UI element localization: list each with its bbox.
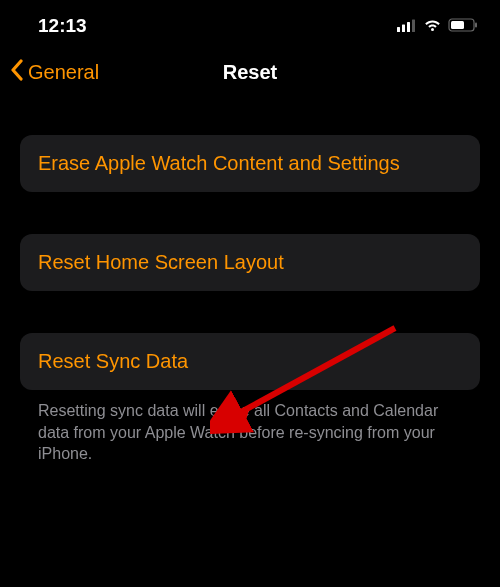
reset-home-layout-label: Reset Home Screen Layout xyxy=(38,251,284,273)
svg-rect-6 xyxy=(451,21,464,29)
footer-description: Resetting sync data will erase all Conta… xyxy=(20,400,480,465)
svg-rect-1 xyxy=(402,25,405,33)
svg-rect-2 xyxy=(407,22,410,32)
back-label: General xyxy=(28,61,99,84)
back-button[interactable]: General xyxy=(10,59,99,86)
status-bar: 12:13 xyxy=(0,0,500,45)
svg-rect-7 xyxy=(475,23,477,28)
chevron-left-icon xyxy=(10,59,24,86)
erase-content-label: Erase Apple Watch Content and Settings xyxy=(38,152,400,174)
svg-rect-0 xyxy=(397,27,400,32)
status-icons xyxy=(397,15,478,37)
erase-content-button[interactable]: Erase Apple Watch Content and Settings xyxy=(20,135,480,192)
nav-bar: General Reset xyxy=(0,45,500,95)
battery-icon xyxy=(448,15,478,37)
svg-rect-3 xyxy=(412,20,415,33)
wifi-icon xyxy=(423,15,442,37)
reset-sync-data-button[interactable]: Reset Sync Data xyxy=(20,333,480,390)
cellular-icon xyxy=(397,15,417,37)
reset-sync-data-label: Reset Sync Data xyxy=(38,350,188,372)
reset-home-layout-button[interactable]: Reset Home Screen Layout xyxy=(20,234,480,291)
content: Erase Apple Watch Content and Settings R… xyxy=(0,95,500,465)
page-title: Reset xyxy=(223,61,277,84)
svg-point-4 xyxy=(431,28,434,31)
status-time: 12:13 xyxy=(38,15,87,37)
